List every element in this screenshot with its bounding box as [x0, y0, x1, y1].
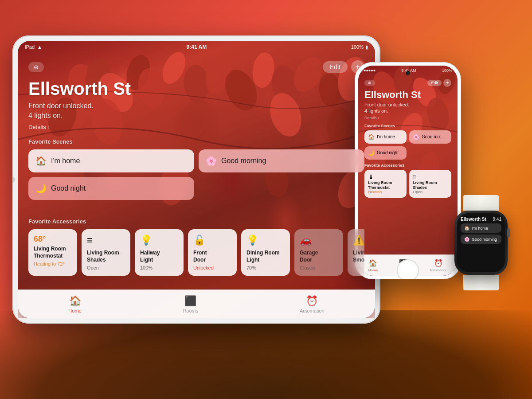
- battery-icon: ▮: [365, 44, 368, 50]
- im-home-label: I'm home: [51, 157, 80, 165]
- watch-home-name: Ellsworth St: [461, 217, 486, 222]
- accessory-smoke[interactable]: ⚠️ Living RooSmoke De...: [348, 229, 364, 276]
- statusbar-time: 9:41 AM: [187, 44, 207, 50]
- tab-rooms[interactable]: ⬛ Rooms: [174, 293, 207, 316]
- phone-good-night-icon: 🌙: [368, 150, 375, 156]
- dining-light-icon: 💡: [246, 235, 285, 246]
- accessory-shades[interactable]: ≡ Living RoomShades Open: [82, 229, 130, 276]
- watch-im-home-icon: 🏠: [464, 226, 469, 231]
- phone-scene-good-morning[interactable]: 🌸 Good mo...: [409, 130, 451, 144]
- accessories-row: 68° Living RoomThermostat Heating to 72°…: [28, 229, 364, 276]
- phone-home-tab-icon: 🏠: [368, 259, 377, 267]
- phone-battery: 100%: [442, 68, 452, 73]
- phone-acc-label: Favorite Accessories: [364, 163, 451, 168]
- phone-good-morning-label: Good mo...: [422, 134, 443, 139]
- tablet-power-button[interactable]: [12, 176, 15, 183]
- tab-automation[interactable]: ⏰ Automation: [291, 293, 333, 316]
- front-door-status: Unlocked: [193, 265, 231, 270]
- accessories-label: Favorite Accessories: [28, 218, 364, 225]
- home-tab-label: Home: [68, 308, 81, 313]
- watch-scene-good-morning[interactable]: 🌸 Good morning: [461, 235, 501, 244]
- rooms-tab-icon: ⬛: [184, 295, 196, 307]
- tablet-nav-row: ⊕ Edit +: [28, 60, 364, 74]
- phone-automation-tab-label: Automation: [430, 268, 447, 272]
- front-door-icon: 🔓: [193, 235, 231, 246]
- shades-name: Living RoomShades: [87, 250, 125, 263]
- watch-band-bottom: [463, 275, 499, 290]
- good-night-icon: 🌙: [35, 183, 47, 194]
- accessory-front-door[interactable]: 🔓 FrontDoor Unlocked: [188, 229, 237, 276]
- phone-good-night-label: Good night: [377, 150, 399, 155]
- watch-time-row: Ellsworth St 9:41: [461, 217, 501, 222]
- scenes-label: Favorite Scenes: [28, 138, 364, 145]
- good-morning-label: Good morning: [221, 157, 266, 165]
- accessory-hallway-light[interactable]: 💡 HallwayLight 100%: [135, 229, 184, 276]
- scenes-grid: 🏠 I'm home 🌸 Good morning 🌙 Good night: [28, 149, 364, 200]
- tablet-statusbar: iPad ▲ 9:41 AM 100% ▮: [18, 41, 375, 53]
- tablet: iPad ▲ 9:41 AM 100% ▮ ⊕ Edit +: [12, 35, 380, 324]
- phone-acc-row: 🌡 Living RoomThermostat Heating ≡ Living…: [364, 170, 451, 198]
- phone-camera: [406, 71, 410, 75]
- watch-scene-im-home[interactable]: 🏠 I'm home: [461, 223, 501, 233]
- details-link[interactable]: Details ›: [28, 124, 364, 130]
- watch-body: Ellsworth St 9:41 🏠 I'm home 🌸 Good morn…: [454, 211, 508, 275]
- watch-screen: Ellsworth St 9:41 🏠 I'm home 🌸 Good morn…: [457, 213, 505, 272]
- scene-good-morning[interactable]: 🌸 Good morning: [199, 149, 364, 172]
- phone-im-home-icon: 🏠: [368, 134, 375, 140]
- phone-home-subtitle: Front door unlocked.4 lights on.: [364, 102, 451, 114]
- automation-tab-icon: ⏰: [306, 295, 318, 307]
- garage-icon: 🚗: [300, 235, 338, 246]
- watch-crown[interactable]: [507, 228, 510, 237]
- shades-status: Open: [87, 265, 125, 270]
- watch-time: 9:41: [493, 217, 501, 222]
- phone-edit-btn[interactable]: Edit: [427, 80, 442, 86]
- phone-scene-good-night[interactable]: 🌙 Good night: [364, 146, 407, 160]
- front-door-name: FrontDoor: [193, 250, 231, 263]
- hallway-light-name: HallwayLight: [140, 250, 178, 263]
- scene-good-night[interactable]: 🌙 Good night: [28, 177, 194, 200]
- smoke-icon: ⚠️: [353, 235, 364, 246]
- watch-display: Ellsworth St 9:41 🏠 I'm home 🌸 Good morn…: [457, 213, 505, 272]
- watch-good-morning-label: Good morning: [472, 237, 497, 242]
- watch-im-home-label: I'm home: [472, 226, 488, 231]
- shades-icon: ≡: [87, 235, 125, 246]
- edit-button[interactable]: Edit: [323, 61, 348, 73]
- battery-label: 100%: [351, 44, 364, 50]
- watch-band-top: [463, 195, 499, 211]
- dining-light-status: 70%: [246, 265, 285, 270]
- device-label: iPad: [25, 44, 35, 50]
- wifi-icon: ▲: [37, 44, 42, 50]
- location-icon: ⊕: [34, 64, 39, 70]
- phone-home-button[interactable]: [397, 259, 419, 279]
- location-button[interactable]: ⊕: [28, 62, 44, 72]
- smoke-name: Living RooSmoke De...: [353, 250, 364, 263]
- phone-add-btn[interactable]: +: [443, 79, 451, 87]
- phone-scenes-grid: 🏠 I'm home 🌸 Good mo... 🌙 Good night: [364, 130, 451, 160]
- home-title: Ellsworth St: [28, 79, 364, 98]
- phone-tab-automation[interactable]: ⏰ Automation: [430, 259, 447, 272]
- accessory-thermostat[interactable]: 68° Living RoomThermostat Heating to 72°: [28, 229, 77, 276]
- accessory-garage[interactable]: 🚗 GarageDoor Closed: [294, 229, 343, 276]
- phone-nav-row: ⊕ Edit +: [364, 79, 451, 87]
- phone-acc-shades[interactable]: ≡ Living RoomShades Open: [409, 170, 451, 198]
- accessory-dining-light[interactable]: 💡 Dining RoomLight 70%: [241, 229, 290, 276]
- apple-watch: Ellsworth St 9:41 🏠 I'm home 🌸 Good morn…: [450, 195, 512, 277]
- phone-acc-thermostat[interactable]: 🌡 Living RoomThermostat Heating: [364, 170, 407, 198]
- phone-details-link[interactable]: Details ›: [364, 116, 451, 120]
- home-subtitle: Front door unlocked.4 lights on.: [28, 101, 364, 121]
- hallway-light-status: 100%: [140, 265, 178, 270]
- scene-im-home[interactable]: 🏠 I'm home: [28, 149, 194, 172]
- add-button[interactable]: +: [351, 60, 364, 74]
- garage-name: GarageDoor: [300, 250, 338, 263]
- phone-tab-home[interactable]: 🏠 Home: [368, 259, 378, 272]
- favorite-scenes: Favorite Scenes 🏠 I'm home 🌸 Good mornin…: [28, 138, 364, 200]
- home-tab-icon: 🏠: [69, 295, 81, 307]
- phone-scene-im-home[interactable]: 🏠 I'm home: [364, 130, 407, 144]
- phone-good-morning-icon: 🌸: [413, 134, 419, 140]
- dining-light-name: Dining RoomLight: [246, 250, 285, 263]
- thermostat-status: Heating to 72°: [34, 261, 72, 266]
- hallway-light-icon: 💡: [140, 235, 178, 246]
- good-night-label: Good night: [51, 184, 86, 192]
- nav-right: Edit +: [323, 60, 364, 74]
- tab-home[interactable]: 🏠 Home: [59, 293, 90, 316]
